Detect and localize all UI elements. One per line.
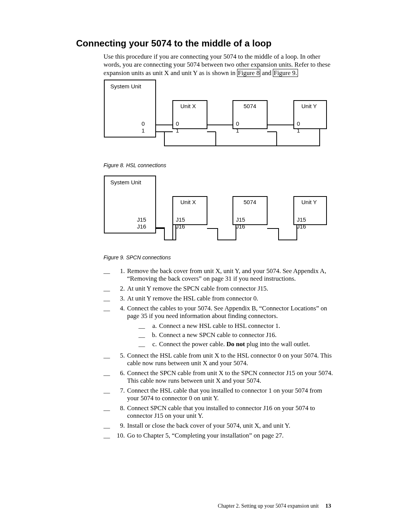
step-10: __10.Go to Chapter 5, “Completing your i… (104, 432, 335, 439)
fig8-5074-port1: 1 (236, 127, 239, 134)
fig9-sys-j16: J16 (137, 223, 146, 230)
step-4-text: Connect the cables to your 5074. See App… (127, 305, 327, 320)
step-4c: __c.Connect the power cable. Do not plug… (139, 340, 335, 348)
section-title: Connecting your 5074 to the middle of a … (76, 38, 335, 49)
step-6: __6.Connect the SPCN cable from unit X t… (104, 369, 335, 385)
figure-8-diagram: System Unit Unit X 5074 Unit Y 0 1 0 1 0… (104, 79, 332, 159)
checkbox: __ (104, 267, 114, 275)
footer-chapter: Chapter 2. Setting up your 5074 expansio… (218, 503, 319, 509)
step-8: __8.Connect SPCN cable that you installe… (104, 404, 335, 420)
step-4a: __a.Connect a new HSL cable to HSL conne… (139, 322, 335, 330)
fig9-5074-j16: J16 (236, 223, 245, 230)
fig9-unity-label: Unit Y (301, 199, 317, 205)
fig8-5074-port0: 0 (236, 120, 239, 127)
fig8-y-port1: 1 (297, 127, 300, 134)
fig9-sys-j15: J15 (137, 216, 146, 223)
task-list: __1.Remove the back cover from unit X, u… (104, 267, 335, 439)
fig9-y-j16: J16 (297, 223, 306, 230)
figure-8-caption: Figure 8. HSL connections (104, 162, 335, 168)
fig9-5074-j15: J15 (236, 216, 245, 223)
figure-9-crossref[interactable]: Figure 9. (273, 69, 298, 77)
fig9-x-j16: J16 (176, 223, 185, 230)
fig8-unitx-label: Unit X (180, 103, 196, 109)
step-4b: __b.Connect a new SPCN cable to connecto… (139, 331, 335, 339)
fig8-5074-label: 5074 (244, 103, 256, 109)
fig9-unitx-label: Unit X (180, 199, 196, 205)
intro-and: and (260, 69, 273, 77)
do-not-bold: Do not (226, 340, 245, 348)
step-1: __1.Remove the back cover from unit X, u… (104, 267, 335, 283)
step-4: __4. Connect the cables to your 5074. Se… (104, 305, 335, 350)
fig8-x-port1: 1 (176, 127, 179, 134)
fig8-system-unit-label: System Unit (110, 83, 142, 89)
fig8-y-port0: 0 (297, 120, 300, 127)
footer-page-number: 13 (325, 503, 331, 509)
step-3: __3.At unit Y remove the HSL cable from … (104, 295, 335, 302)
step-9: __9.Install or close the back cover of y… (104, 422, 335, 430)
fig8-sys-port0: 0 (142, 120, 145, 127)
fig9-x-j15: J15 (176, 216, 185, 223)
fig9-system-unit-label: System Unit (110, 179, 142, 185)
step-5: __5.Connect the HSL cable from unit X to… (104, 352, 335, 367)
figure-9-caption: Figure 9. SPCN connections (104, 254, 335, 260)
fig8-unity-label: Unit Y (301, 103, 317, 109)
intro-paragraph: Use this procedure if you are connecting… (104, 53, 335, 77)
figure-9-diagram: System Unit Unit X 5074 Unit Y J15 J16 J… (104, 175, 332, 251)
page-footer: Chapter 2. Setting up your 5074 expansio… (218, 503, 331, 509)
fig9-5074-label: 5074 (244, 199, 256, 205)
step-4-substeps: __a.Connect a new HSL cable to HSL conne… (139, 322, 335, 348)
step-7: __7.Connect the HSL cable that you insta… (104, 387, 335, 402)
fig9-y-j15: J15 (297, 216, 306, 223)
step-text: Remove the back cover from unit X, unit … (127, 267, 335, 283)
figure-8-crossref[interactable]: Figure 8 (237, 69, 260, 77)
step-number: 1. (114, 267, 127, 275)
fig8-sys-port1: 1 (142, 127, 145, 134)
step-2: __2.At unit Y remove the SPCN cable from… (104, 285, 335, 292)
fig8-x-port0: 0 (176, 120, 179, 127)
